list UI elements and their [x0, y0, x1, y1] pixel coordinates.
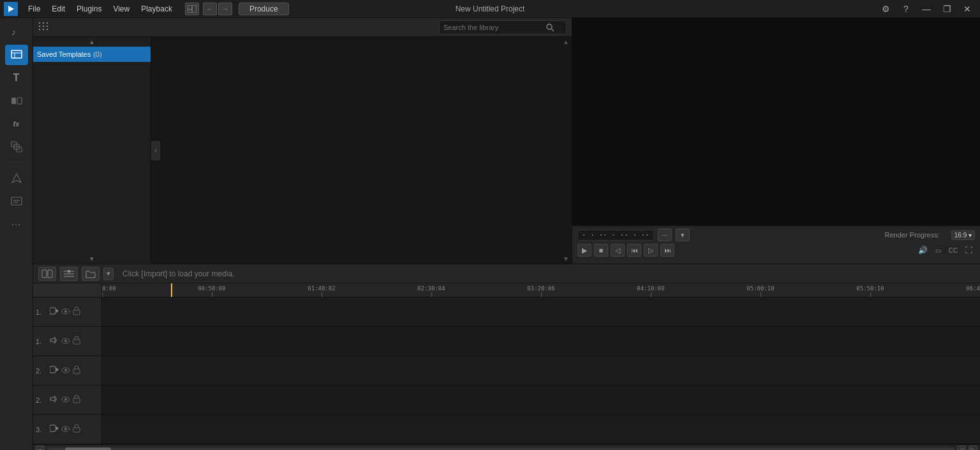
svg-marker-52 [56, 426, 59, 430]
timeline-scrollbar: − ◁ ▷ [33, 444, 980, 450]
timeline-view-btn[interactable] [60, 267, 78, 281]
close-button[interactable]: ✕ [958, 3, 976, 15]
track-lock-icon[interactable] [73, 336, 80, 347]
track-lock-icon[interactable] [73, 424, 80, 435]
screen-layout-icon[interactable] [185, 3, 199, 15]
help-button[interactable]: ? [897, 3, 915, 15]
svg-marker-36 [56, 309, 59, 313]
svg-point-54 [64, 428, 67, 430]
sidebar-item-motion[interactable] [5, 168, 28, 188]
sidebar-item-effects[interactable]: fx [5, 114, 28, 134]
svg-rect-39 [73, 310, 80, 315]
fast-forward-button[interactable]: ▷ [644, 244, 658, 257]
aspect-ratio-selector[interactable]: 16:9 ▾ [951, 230, 975, 240]
mute-icon[interactable]: ▭ [932, 244, 944, 256]
track-lock-icon[interactable] [73, 394, 80, 405]
horizontal-scrollbar[interactable] [47, 447, 954, 451]
timeline-tracks: 1. 1. [33, 297, 980, 444]
search-bar[interactable] [439, 20, 567, 34]
menu-bar: File Edit Plugins View Playback ← → Prod… [23, 3, 877, 15]
timeline-area: ▾ Click [Import] to load your media. 00:… [33, 264, 980, 450]
preview-video [572, 18, 980, 225]
preview-playback-buttons: ▶ ■ ◁ ⏮ ▷ ⏭ 🔊 ▭ CC ⛶ [577, 244, 975, 257]
track-1-video-content [102, 297, 980, 326]
folder-dropdown-btn[interactable]: ▾ [103, 267, 114, 280]
timeline-snap-btn[interactable] [38, 267, 56, 281]
track-row: 1. [33, 297, 980, 327]
ruler-tick-label: 05:50:10 [856, 285, 884, 292]
templates-header[interactable]: Saved Templates (0) [33, 47, 151, 62]
scroll-thumb[interactable] [65, 447, 110, 451]
svg-point-38 [64, 310, 67, 313]
zoom-out-btn[interactable]: − [36, 446, 45, 451]
sidebar-item-media[interactable] [5, 45, 28, 65]
grid-view-icon[interactable] [38, 22, 48, 33]
templates-list: ▲ Saved Templates (0) ▼ [33, 37, 151, 264]
sidebar-item-transitions[interactable] [5, 91, 28, 111]
menu-playback[interactable]: Playback [136, 3, 177, 15]
step-forward-button[interactable]: ⏭ [660, 244, 674, 257]
track-3-video-content [102, 415, 980, 444]
ruler-tick-label: 06:40:12 [966, 285, 980, 292]
subtitle-toggle-icon[interactable]: CC [947, 244, 960, 256]
redo-button[interactable]: → [218, 3, 232, 15]
sidebar-item-composite[interactable] [5, 137, 28, 157]
upper-area: ▲ Saved Templates (0) ▼ ‹ ▲ ▼ [33, 18, 980, 264]
svg-point-26 [47, 29, 48, 30]
stop-button[interactable]: ■ [594, 244, 608, 257]
window-title: New Untitled Project [456, 4, 525, 13]
templates-count: (0) [93, 50, 101, 58]
svg-point-41 [64, 340, 67, 342]
volume-icon[interactable]: 🔊 [916, 244, 929, 256]
preview-scroll-up[interactable]: ▲ [560, 37, 572, 47]
scroll-left-btn[interactable]: ◁ [957, 446, 966, 451]
timecode-dropdown-btn[interactable]: ▾ [676, 229, 690, 241]
timeline-toolbar: ▾ Click [Import] to load your media. [33, 264, 980, 283]
track-row: 2. [33, 386, 980, 415]
menu-file[interactable]: File [23, 3, 45, 15]
sidebar-item-text[interactable]: T [5, 68, 28, 88]
preview-scroll-down[interactable]: ▼ [560, 254, 572, 264]
menu-edit[interactable]: Edit [47, 3, 70, 15]
step-back-button[interactable]: ⏮ [627, 244, 641, 257]
menu-view[interactable]: View [108, 3, 135, 15]
svg-text:♪: ♪ [11, 27, 16, 37]
svg-rect-15 [11, 197, 22, 205]
fullscreen-icon[interactable]: ⛶ [962, 244, 975, 256]
track-visibility-eye[interactable] [61, 366, 70, 375]
panel-collapse-arrow[interactable]: ‹ [151, 141, 160, 160]
track-1-audio-label: 1. [33, 327, 102, 356]
menu-plugins[interactable]: Plugins [71, 3, 107, 15]
svg-rect-34 [68, 270, 70, 273]
track-visibility-eye[interactable] [61, 396, 70, 405]
svg-rect-47 [73, 369, 80, 373]
track-2-video-content [102, 356, 980, 385]
scroll-down-arrow[interactable]: ▼ [33, 254, 151, 264]
playhead[interactable] [171, 283, 172, 297]
track-lock-icon[interactable] [73, 306, 80, 317]
video-track-icon [50, 307, 59, 317]
rewind-button[interactable]: ◁ [611, 244, 625, 257]
sidebar-item-music[interactable]: ♪ [5, 22, 28, 42]
sidebar-item-more[interactable]: ··· [5, 214, 28, 234]
minimize-button[interactable]: — [917, 3, 935, 15]
search-input[interactable] [443, 24, 546, 31]
produce-button[interactable]: Produce [239, 3, 289, 15]
svg-marker-44 [56, 368, 59, 371]
scroll-up-arrow[interactable]: ▲ [33, 37, 151, 47]
media-panel: ▲ Saved Templates (0) ▼ ‹ ▲ ▼ [33, 18, 572, 264]
restore-button[interactable]: ❐ [938, 3, 956, 15]
track-visibility-eye[interactable] [61, 425, 70, 434]
folder-btn[interactable] [82, 267, 100, 281]
settings-button[interactable]: ⚙ [877, 3, 895, 15]
svg-point-49 [64, 398, 67, 401]
track-visibility-eye[interactable] [61, 308, 70, 317]
play-button[interactable]: ▶ [577, 244, 591, 257]
scroll-right-btn[interactable]: ▷ [969, 446, 977, 451]
sidebar-item-subtitle[interactable] [5, 191, 28, 211]
track-lock-icon[interactable] [73, 365, 80, 376]
timecode-settings-btn[interactable]: ··· [658, 229, 672, 241]
ruler-tick-mark [322, 292, 322, 297]
track-visibility-eye[interactable] [61, 337, 70, 346]
undo-button[interactable]: ← [203, 3, 217, 15]
